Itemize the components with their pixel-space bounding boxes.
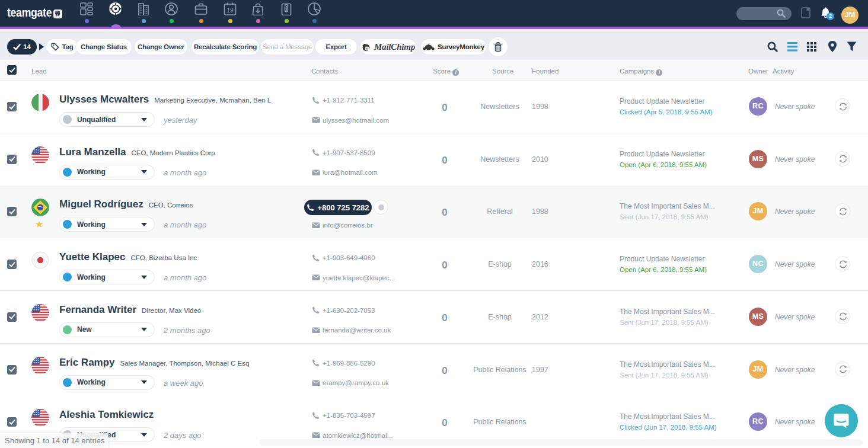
svg-text:19: 19 (226, 7, 234, 14)
